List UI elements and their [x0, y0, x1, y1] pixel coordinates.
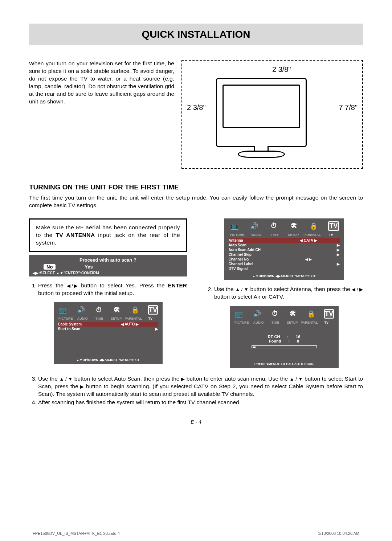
audio-icon: 🔊 [252, 309, 262, 319]
time-icon: ⏱ [94, 305, 104, 315]
clearance-diagram: 2 3/8" 2 3/8" 7 7/8" [181, 60, 363, 169]
time-icon: ⏱ [270, 309, 280, 319]
right-icon: ▶ [181, 376, 185, 382]
setup-icon: 🛠 [288, 309, 298, 319]
source-file: FPE1508DV_UL_IB_MSTAR+MTK_E1-20.indd 4 [33, 531, 120, 536]
right-icon: ▶ [80, 384, 84, 390]
dimension-right: 7 7/8" [339, 103, 358, 112]
parental-icon: 🔒 [130, 305, 140, 315]
osd-menu-row: Auto Scan▶ [229, 243, 340, 247]
step-1: Press the ◀ / ▶ button to select Yes. Pr… [29, 282, 187, 297]
dimension-left: 2 3/8" [187, 103, 206, 112]
osd-scanning: 📺 🔊 ⏱ 🛠 🔒 TV PICTURE AUDIO TIME SETUP PA… [230, 306, 339, 368]
dimension-top: 2 3/8" [272, 65, 291, 74]
osd-footer-hint: ▲▼UP/DOWN ◀▶ADJUST "MENU":EXIT [226, 274, 342, 278]
step-2: Use the ▲ / ▼ button to select Antenna, … [205, 286, 363, 301]
osd-menu-row: Channel Skip▶ [229, 252, 340, 257]
picture-icon: 📺 [58, 305, 68, 315]
page-content: QUICK INSTALLATION When you turn on your… [29, 11, 363, 425]
section-text: The first time you turn on the unit, the… [29, 194, 363, 209]
osd-menu-row: Antenna◀ CATV ▶ [229, 238, 340, 243]
parental-icon: 🔒 [308, 221, 319, 231]
tv-outline [216, 78, 307, 147]
time-icon: ⏱ [269, 221, 279, 231]
setup-icon: 🛠 [289, 221, 299, 231]
antenna-note: Make sure the RF aerial has been connect… [29, 218, 187, 252]
page-number: E - 4 [29, 419, 363, 425]
footer-meta: FPE1508DV_UL_IB_MSTAR+MTK_E1-20.indd 4 1… [33, 531, 359, 536]
osd-menu-row: Start to Scan▶ [58, 327, 158, 331]
section-heading: TURNING ON THE UNIT FOR THE FIRST TIME [29, 183, 363, 191]
osd-footer-hint: ▲▼UP/DOWN ◀▶ADJUST "MENU":EXIT [56, 358, 160, 362]
osd-menu-row: Auto Scan Add CH▶ [229, 247, 340, 252]
tv-icon: TV [148, 305, 158, 315]
timestamp: 1/10/2008 10:04:26 AM [318, 531, 359, 536]
osd-menu-row: Channel No.◀ ▶ [229, 257, 340, 262]
tv-icon: TV [328, 221, 339, 231]
left-right-icon: ◀ / ▶ [67, 283, 78, 289]
up-down-icon: ▲ / ▼ [290, 376, 303, 382]
autoscan-prompt: Proceed with auto scan ? No Yes ◀▶:SELEC… [29, 255, 187, 276]
option-no: No [44, 264, 56, 270]
audio-icon: 🔊 [76, 305, 86, 315]
audio-icon: 🔊 [249, 221, 260, 231]
osd-tv-menu: 📺 🔊 ⏱ 🛠 🔒 TV PICTURE AUDIO TIME SETUP PA… [224, 218, 344, 280]
picture-icon: 📺 [234, 309, 244, 319]
intro-paragraph: When you turn on your television set for… [29, 60, 174, 169]
tv-icon: TV [324, 309, 334, 319]
osd-menu-row: Cable System◀ AUTO ▶ [58, 322, 158, 327]
picture-icon: 📺 [229, 221, 240, 231]
osd-autoscan-menu: 📺 🔊 ⏱ 🛠 🔒 TV PICTURE AUDIO TIME SETUP PA… [54, 302, 163, 364]
prompt-hint: ◀▶:SELECT ▲▼"ENTER":CONFIRM [33, 271, 183, 275]
option-yes: Yes [85, 264, 93, 270]
progress-bar [252, 345, 317, 348]
osd-menu-row: DTV Signal [229, 266, 340, 271]
parental-icon: 🔒 [306, 309, 316, 319]
up-down-icon: ▲ / ▼ [60, 376, 73, 382]
osd-menu-row: Channel Label▶ [229, 262, 340, 266]
osd-scan-footer: PRESS <MENU> TO EXIT AUTO SCAN [232, 362, 336, 366]
steps-3-4: Use the ▲ / ▼ button to select Auto Scan… [29, 375, 363, 407]
page-title: QUICK INSTALLATION [29, 29, 363, 40]
up-down-icon: ▲ / ▼ [235, 286, 249, 293]
left-right-icon: ◀ / ▶ [352, 286, 363, 293]
setup-icon: 🛠 [112, 305, 122, 315]
prompt-question: Proceed with auto scan ? [33, 257, 183, 263]
header-bar: QUICK INSTALLATION [29, 24, 363, 45]
